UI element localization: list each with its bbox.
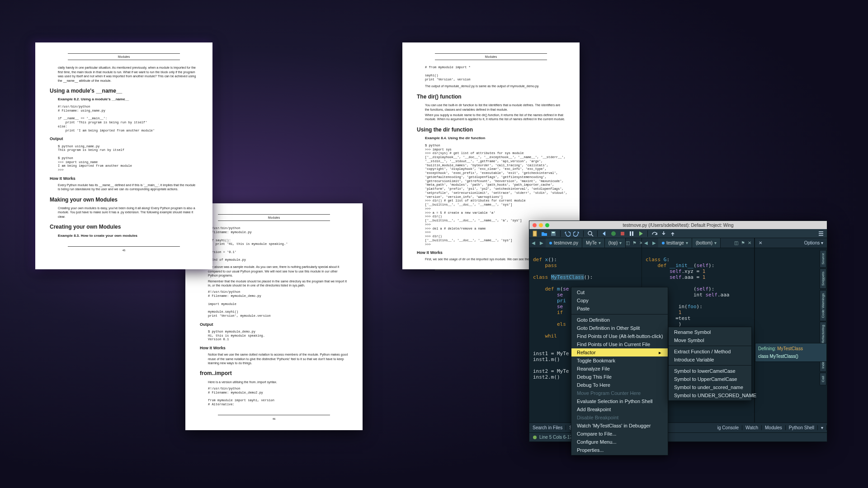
paragraph: Notice that we use the same dotted notat…	[208, 352, 348, 365]
menu-paste[interactable]: Paste	[571, 305, 668, 313]
step-out-icon[interactable]	[670, 230, 676, 237]
new-file-icon[interactable]	[532, 230, 538, 237]
position-dropdown[interactable]: (top)▾	[605, 238, 626, 248]
menu-goto-def-split[interactable]: Goto Definition in Other Split	[571, 324, 668, 332]
menu-toggle-bookmark[interactable]: Toggle Bookmark	[571, 357, 668, 365]
heading-make: Making your own Modules	[50, 196, 198, 203]
menu-lowercamel[interactable]: Symbol to lowerCamelCase	[669, 367, 751, 375]
position-dropdown[interactable]: (bottom)▾	[692, 238, 721, 248]
redo-icon[interactable]	[573, 230, 580, 237]
bookmark-icon[interactable]: ⚑	[632, 240, 637, 245]
menu-find-uses[interactable]: Find Points of Use (Alt-left-button-clic…	[571, 332, 668, 340]
step-back-icon[interactable]	[601, 230, 608, 237]
tabstrip-left: ◀ ▶ testmove.py MyTe▾ (top)▾ ◫ ⚑ ✕	[529, 238, 642, 248]
code-block: #!/usr/bin/python # Filename: using_name…	[58, 105, 198, 132]
bookmark-icon[interactable]: ⚑	[741, 240, 745, 245]
tab-prev-icon[interactable]: ◀	[529, 240, 538, 245]
tab-next-icon[interactable]: ▶	[650, 240, 658, 245]
close-icon[interactable]	[533, 223, 537, 227]
main-toolbar	[529, 229, 827, 238]
menu-move-symbol[interactable]: Move Symbol	[669, 336, 751, 344]
step-over-icon[interactable]	[651, 230, 658, 237]
menu-properties[interactable]: Properties...	[571, 446, 668, 454]
stop-icon[interactable]	[619, 230, 626, 237]
tab-label: testmove.py	[554, 240, 578, 245]
undo-icon[interactable]	[564, 230, 571, 237]
editor-tab-testmove[interactable]: testmove.py	[546, 238, 582, 248]
editor-tab-testtarget[interactable]: testtarge▾	[658, 238, 692, 248]
save-icon[interactable]	[550, 230, 557, 237]
tabs-more-icon[interactable]: ▾	[818, 425, 827, 430]
step-into-icon[interactable]	[660, 230, 667, 237]
code-block: #!/usr/bin/python # Filename: mymodule.p…	[208, 226, 348, 262]
menu-debug-here[interactable]: Debug To Here	[571, 381, 668, 389]
menu-watch[interactable]: Watch 'MyTestClass' in Debugger	[571, 422, 668, 430]
pos-label: (bottom)	[696, 240, 712, 245]
tab-next-icon[interactable]: ▶	[538, 240, 546, 245]
menu-eval-shell[interactable]: Evaluate Selection in Python Shell	[571, 397, 668, 405]
menu-goto-def[interactable]: Goto Definition	[571, 316, 668, 324]
menu-find-uses-file[interactable]: Find Points of Use in Current File	[571, 340, 668, 348]
rail-call[interactable]: Call	[820, 373, 826, 385]
split-vert-icon[interactable]: ◫	[734, 240, 738, 245]
heading-dir: The dir() function	[417, 93, 565, 100]
tab-debug-console[interactable]: ig Console	[714, 425, 742, 430]
search-icon[interactable]	[587, 230, 594, 237]
right-panel: ✕ Options ▾ Source Snippets Code Warning…	[755, 238, 827, 422]
refactor-submenu: Rename Symbol Move Symbol Extract Functi…	[668, 327, 752, 401]
menu-cut[interactable]: Cut	[571, 288, 668, 296]
svg-point-5	[611, 231, 616, 236]
menu-upperunderscore[interactable]: Symbol to UNDER_SCORED_NAME	[669, 391, 751, 399]
zoom-icon[interactable]	[545, 223, 549, 227]
tab-search-in-files[interactable]: Search in Files	[529, 425, 566, 430]
menu-move-pc: Move Program Counter Here	[571, 389, 668, 397]
symbol-scope-dropdown[interactable]: MyTe▾	[582, 238, 605, 248]
page-number: 46	[200, 417, 348, 421]
paragraph: The output of mymodule_demo2.py is same …	[425, 84, 565, 88]
minimize-icon[interactable]	[539, 223, 543, 227]
right-panel-header: ✕ Options ▾	[755, 238, 827, 248]
menu-add-bp[interactable]: Add Breakpoint	[571, 405, 668, 413]
menu-reanalyze[interactable]: Reanalyze File	[571, 365, 668, 373]
options-dropdown[interactable]: Options ▾	[804, 240, 823, 245]
open-folder-icon[interactable]	[541, 230, 547, 237]
menu-icon[interactable]	[818, 230, 824, 237]
source-assistant-panel: Defining: MyTestClass class MyTestClass(…	[755, 343, 827, 362]
menu-rename-symbol[interactable]: Rename Symbol	[669, 328, 751, 336]
menu-refactor[interactable]: Refactor▸	[571, 348, 668, 357]
tab-label: testtarge	[666, 240, 684, 245]
debug-icon[interactable]	[610, 230, 617, 237]
rail-code-warnings[interactable]: Code Warnings	[820, 290, 826, 321]
heading-output: Output	[50, 136, 198, 141]
example-caption: Example 8.4. Using the dir function	[425, 136, 565, 141]
menu-underscore[interactable]: Symbol to under_scored_name	[669, 383, 751, 391]
close-panel-icon[interactable]: ✕	[759, 240, 762, 245]
menu-compare[interactable]: Compare to File...	[571, 430, 668, 438]
run-icon[interactable]	[637, 230, 644, 237]
tab-modules[interactable]: Modules	[762, 425, 786, 430]
footer-rule	[218, 415, 330, 415]
tab-python-shell[interactable]: Python Shell	[786, 425, 818, 430]
menu-uppercamel[interactable]: Symbol to UpperCamelCase	[669, 375, 751, 383]
paragraph: The above was a sample module. As you ca…	[208, 265, 348, 277]
split-vert-icon[interactable]: ◫	[626, 240, 630, 245]
heading-create: Creating your own Modules	[50, 223, 198, 230]
code-block: # from mymodule import * sayhi() print '…	[425, 66, 565, 81]
close-tab-icon[interactable]: ✕	[748, 240, 751, 245]
rail-snippets[interactable]: Snippets	[820, 268, 826, 289]
tab-watch[interactable]: Watch	[742, 425, 762, 430]
menu-copy[interactable]: Copy	[571, 296, 668, 305]
menu-disable-bp: Disable Breakpoint	[571, 413, 668, 422]
running-head: Modules	[435, 53, 547, 60]
pause-icon[interactable]	[628, 230, 635, 237]
tab-prev-icon[interactable]: ◀	[642, 240, 650, 245]
menu-debug-file[interactable]: Debug This File	[571, 373, 668, 381]
menu-extract[interactable]: Extract Function / Method	[669, 347, 751, 356]
menu-configure[interactable]: Configure Menu...	[571, 438, 668, 446]
rail-source[interactable]: Source	[820, 250, 826, 267]
titlebar[interactable]: testmove.py (/Users/sdeibel/test): Defau…	[529, 221, 827, 229]
svg-rect-6	[621, 232, 624, 235]
menu-introduce-var[interactable]: Introduce Variable	[669, 356, 751, 364]
def-name[interactable]: MyTestClass	[777, 346, 803, 351]
status-dot-icon	[533, 436, 537, 439]
